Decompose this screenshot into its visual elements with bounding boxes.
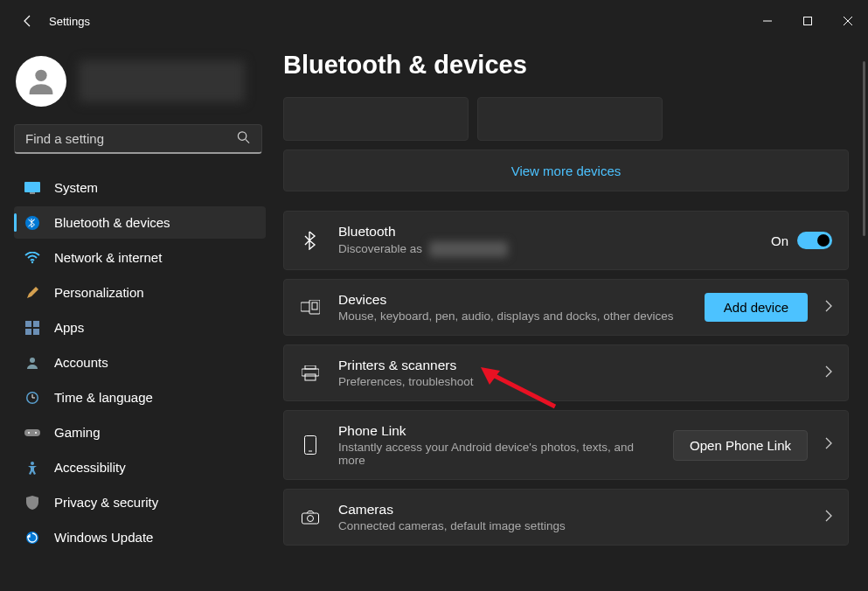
nav-accessibility[interactable]: Accessibility [14,451,266,483]
card-body: Bluetooth Discoverable as [338,224,753,257]
sidebar: System Bluetooth & devices Network & int… [0,42,271,591]
printer-icon [300,365,321,381]
card-subtitle: Preferences, troubleshoot [338,375,808,388]
svg-point-10 [31,261,33,262]
nav-personalization[interactable]: Personalization [14,276,266,309]
device-card[interactable] [283,97,469,141]
profile-section[interactable] [14,51,266,122]
printers-scanners-card[interactable]: Printers & scanners Preferences, trouble… [283,344,849,401]
nav-time-language[interactable]: Time & language [14,381,266,414]
close-button[interactable] [828,7,868,35]
svg-rect-14 [33,329,39,335]
svg-rect-7 [24,182,40,192]
maximize-button[interactable] [788,7,828,35]
svg-rect-26 [309,300,320,314]
nav-label: Windows Update [54,530,153,545]
nav-accounts[interactable]: Accounts [14,346,266,379]
accessibility-icon [24,460,40,476]
svg-point-21 [28,432,30,434]
view-more-label: View more devices [511,163,621,178]
search-input[interactable] [14,124,262,154]
device-card[interactable] [477,97,663,141]
open-phone-link-button[interactable]: Open Phone Link [673,430,808,461]
back-button[interactable] [10,3,45,38]
window-controls [747,7,868,35]
bluetooth-card[interactable]: Bluetooth Discoverable as On [283,211,849,270]
shield-icon [24,495,40,511]
phone-icon [300,435,321,455]
device-cards-row [283,97,849,141]
clock-icon [24,390,40,406]
nav-gaming[interactable]: Gaming [14,416,266,448]
svg-rect-8 [30,192,35,194]
nav-label: Privacy & security [54,495,158,510]
cameras-card[interactable]: Cameras Connected cameras, default image… [283,489,849,546]
nav-label: Apps [54,320,84,335]
devices-card[interactable]: Devices Mouse, keyboard, pen, audio, dis… [283,279,849,336]
search-box [14,124,262,154]
card-title: Phone Link [338,423,656,439]
chevron-right-icon [825,510,832,525]
bluetooth-toggle-row: On [771,232,832,249]
svg-rect-12 [33,321,39,327]
svg-line-6 [246,139,249,143]
card-body: Phone Link Instantly access your Android… [338,423,656,467]
apps-icon [24,320,40,336]
card-subtitle: Instantly access your Android device's p… [338,441,656,467]
nav-apps[interactable]: Apps [14,311,266,344]
card-title: Bluetooth [338,224,753,240]
phone-link-card[interactable]: Phone Link Instantly access your Android… [283,410,849,480]
svg-point-22 [35,432,37,434]
search-icon [237,131,250,148]
bluetooth-toggle[interactable] [797,232,832,249]
card-body: Cameras Connected cameras, default image… [338,502,808,532]
nav-system[interactable]: System [14,171,266,204]
nav-list: System Bluetooth & devices Network & int… [14,171,266,553]
svg-rect-20 [24,429,40,436]
bluetooth-icon [300,231,321,250]
titlebar: Settings [0,0,868,42]
nav-label: Gaming [54,425,101,440]
nav-label: Accessibility [54,460,126,475]
svg-point-5 [238,132,246,140]
minimize-button[interactable] [747,7,788,35]
nav-privacy[interactable]: Privacy & security [14,486,266,518]
svg-rect-11 [25,321,31,327]
nav-windows-update[interactable]: Windows Update [14,521,266,553]
svg-rect-28 [305,365,316,369]
camera-icon [300,511,321,525]
wifi-icon [24,250,40,266]
nav-bluetooth-devices[interactable]: Bluetooth & devices [14,206,266,239]
nav-label: System [54,180,98,195]
system-icon [24,180,40,196]
brush-icon [24,285,40,301]
svg-rect-13 [25,329,31,335]
bluetooth-icon [24,215,40,231]
card-subtitle: Discoverable as [338,241,753,257]
chevron-right-icon [825,300,832,316]
update-icon [24,530,40,546]
card-body: Printers & scanners Preferences, trouble… [338,358,808,388]
nav-label: Network & internet [54,250,162,265]
nav-label: Accounts [54,355,108,370]
svg-point-34 [308,515,314,521]
nav-label: Bluetooth & devices [54,215,170,230]
svg-rect-33 [302,513,319,524]
card-title: Cameras [338,502,808,518]
svg-rect-1 [804,17,812,25]
card-body: Devices Mouse, keyboard, pen, audio, dis… [338,292,687,323]
main-content: Bluetooth & devices View more devices Bl… [271,42,868,591]
page-title: Bluetooth & devices [283,51,849,80]
card-subtitle: Connected cameras, default image setting… [338,519,808,532]
chevron-right-icon [825,365,832,381]
person-icon [24,355,40,371]
svg-rect-29 [302,369,319,376]
card-title: Printers & scanners [338,358,808,373]
svg-point-15 [30,358,35,363]
devices-icon [300,300,321,316]
nav-network[interactable]: Network & internet [14,241,266,274]
view-more-devices-button[interactable]: View more devices [283,149,849,191]
svg-point-23 [31,462,34,465]
add-device-button[interactable]: Add device [705,293,808,322]
scrollbar[interactable] [863,61,865,236]
